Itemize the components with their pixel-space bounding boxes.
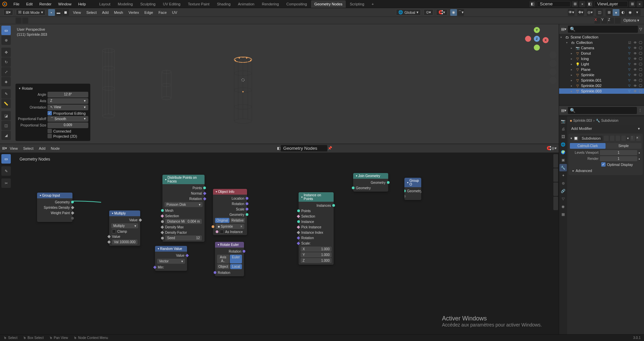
tab-render-props[interactable]: 📷 xyxy=(559,117,567,125)
disable-icon[interactable]: 🖵 xyxy=(638,57,643,61)
outliner-collection[interactable]: ▾🗀Collection ☑👁🖵 xyxy=(559,40,644,45)
shading-rendered-icon[interactable]: ◉ xyxy=(627,9,634,16)
hide-icon[interactable]: 👁 xyxy=(633,89,637,93)
node-sidebar-tab-3[interactable] xyxy=(553,182,558,196)
outliner-display-dropdown[interactable]: ▤▾ xyxy=(561,27,566,31)
disable-icon[interactable]: 🖵 xyxy=(638,51,643,56)
disable-icon[interactable]: 🖵 xyxy=(638,62,643,66)
props-search[interactable] xyxy=(568,107,637,114)
tab-layout[interactable]: Layout xyxy=(96,0,114,8)
shading-solid-icon[interactable]: ● xyxy=(613,9,619,16)
tab-scene-props[interactable]: 🌐 xyxy=(559,141,567,148)
viewlayer-delete-icon[interactable]: × xyxy=(637,1,643,7)
tab-mesh-props[interactable]: ▽ xyxy=(559,195,567,202)
props-options-icon[interactable]: ⋮ xyxy=(638,108,642,113)
cursor-tool[interactable]: ⊕ xyxy=(1,35,11,45)
hide-icon[interactable]: 👁 xyxy=(633,40,637,45)
menu-select[interactable]: Select xyxy=(84,9,99,16)
menu-mesh[interactable]: Mesh xyxy=(111,9,126,16)
extrude-tool[interactable]: ◪ xyxy=(1,111,11,120)
connected-checkbox[interactable] xyxy=(48,129,52,133)
scene-name-input[interactable] xyxy=(537,1,571,7)
orientation-dropdown[interactable]: 🌐Global▾ xyxy=(396,9,421,16)
tab-sculpting[interactable]: Sculpting xyxy=(137,0,159,8)
object-space-button[interactable]: Object xyxy=(217,264,229,269)
node-instance-on-points[interactable]: ▾Instance on Points Instances Points Sel… xyxy=(299,192,334,265)
catmull-clark-tab[interactable]: Catmull-Clark xyxy=(570,143,606,149)
multiply-operation-dropdown[interactable]: Multiply▾ xyxy=(111,223,138,228)
outliner-item-sprinkle-001[interactable]: ▸ ▽ Sprinkle.001 ▽ 👁 🖵 xyxy=(559,78,644,83)
tab-geometry-nodes[interactable]: Geometry Nodes xyxy=(311,0,346,8)
euler-button[interactable]: Euler xyxy=(230,255,242,263)
bevel-tool[interactable]: ◢ xyxy=(1,131,11,140)
menu-file[interactable]: File xyxy=(10,1,23,7)
tab-animation[interactable]: Animation xyxy=(235,0,258,8)
visibility-icon[interactable]: 👁▾ xyxy=(568,9,575,16)
options-dropdown[interactable]: Options ▾ xyxy=(621,18,642,23)
node-join-geometry[interactable]: ▾Join Geometry Geometry Geometry xyxy=(353,173,388,192)
scale-tool[interactable]: ⤢ xyxy=(1,67,11,77)
as-instance-checkbox[interactable] xyxy=(220,230,224,234)
menu-uv[interactable]: UV xyxy=(170,9,180,16)
mod-edit-mode-icon[interactable] xyxy=(610,136,614,141)
tab-scripting[interactable]: Scripting xyxy=(346,0,368,8)
outliner[interactable]: ▾🗀Scene Collection ▾🗀Collection ☑👁🖵 ▸ 📷 … xyxy=(559,34,644,105)
add-modifier-dropdown[interactable]: Add Modifier▾ xyxy=(569,125,643,132)
select-box-tool[interactable]: ▭ xyxy=(1,26,11,35)
tab-physics-props[interactable]: ⊚ xyxy=(559,179,567,187)
node-overlay-icon[interactable]: ◎▾ xyxy=(551,146,557,150)
menu-add[interactable]: Add xyxy=(99,9,112,16)
inset-tool[interactable]: ◫ xyxy=(1,121,11,130)
optimal-display-checkbox[interactable]: ✓ xyxy=(601,162,606,167)
menu-window[interactable]: Window xyxy=(55,1,75,7)
hide-icon[interactable]: 👁 xyxy=(633,62,637,66)
disable-icon[interactable]: 🖵 xyxy=(638,46,643,50)
tab-add[interactable]: + xyxy=(368,0,377,8)
outliner-filter-icon[interactable]: ▽ xyxy=(639,27,642,31)
outliner-item-sprinkle-002[interactable]: ▸ ▽ Sprinkle.002 ▽ 👁 🖵 xyxy=(559,83,644,88)
disable-icon[interactable]: 🖵 xyxy=(638,67,643,72)
tab-viewlayer-props[interactable]: 🖼 xyxy=(559,133,567,140)
node-sidebar-tab-2[interactable] xyxy=(553,168,558,182)
outliner-search[interactable] xyxy=(568,26,638,33)
axis-x-toggle[interactable]: X xyxy=(594,18,601,24)
outliner-item-light[interactable]: ▸ 💡 Light ▽ 👁 🖵 xyxy=(559,61,644,67)
tab-output-props[interactable]: 🖨 xyxy=(559,125,567,133)
outliner-item-donut[interactable]: ▸ ▽ Donut ▽ 👁 🖵 xyxy=(559,51,644,56)
axis-angle-button[interactable]: Axis A.. xyxy=(217,255,229,263)
perspective-toggle-icon[interactable] xyxy=(549,77,557,84)
hide-icon[interactable]: 👁 xyxy=(633,67,637,72)
annotate-tool[interactable]: ✎ xyxy=(1,89,11,98)
node-annotate-tool[interactable]: ✎ xyxy=(1,166,11,176)
outliner-item-icing[interactable]: ▸ ▽ Icing ▽ 👁 🖵 xyxy=(559,56,644,61)
original-button[interactable]: Original xyxy=(215,218,229,223)
tab-material-props[interactable]: ◉ xyxy=(559,203,567,210)
pivot-dropdown[interactable]: ⊙▾ xyxy=(424,9,433,16)
disable-icon[interactable]: 🖵 xyxy=(638,78,643,83)
tab-modeling[interactable]: Modeling xyxy=(115,0,136,8)
mod-extras-icon[interactable]: ⋮ xyxy=(630,136,635,141)
orientation-dropdown[interactable]: ↖ View▾ xyxy=(48,105,88,110)
axis-dropdown[interactable]: Z▾ xyxy=(48,98,88,104)
advanced-toggle[interactable]: ▸Advanced xyxy=(570,168,641,174)
prop-edit-checkbox[interactable]: ✓ xyxy=(48,111,52,115)
navigation-gizmo[interactable]: Y Z X xyxy=(525,27,549,51)
viewlayer-name-input[interactable] xyxy=(594,1,628,7)
camera-view-icon[interactable] xyxy=(549,68,557,76)
hide-icon[interactable]: 👁 xyxy=(633,57,637,61)
node-random-value[interactable]: ▾Random Value Value Vector▾ Min: xyxy=(155,246,187,271)
shading-material-icon[interactable]: ◐ xyxy=(620,9,626,16)
mod-realtime-icon[interactable] xyxy=(616,136,620,141)
scene-delete-icon[interactable]: × xyxy=(579,1,585,7)
mode-dropdown[interactable]: ☒Edit Mode▾ xyxy=(16,9,45,16)
outliner-item-camera[interactable]: ▸ 📷 Camera ▽ 👁 🖵 xyxy=(559,45,644,51)
face-select-icon[interactable]: ◼ xyxy=(62,9,69,16)
tab-particle-props[interactable]: ✦ xyxy=(559,172,567,179)
tab-constraint-props[interactable]: 🔗 xyxy=(559,187,567,195)
mesh-display-icon-2[interactable] xyxy=(22,18,28,24)
random-type-dropdown[interactable]: Vector▾ xyxy=(157,259,185,264)
exclude-icon[interactable]: ☑ xyxy=(627,40,632,45)
node-distribute-points[interactable]: ▾Distribute Points on Faces Points Norma… xyxy=(162,175,205,242)
levels-render-field[interactable]: 1 xyxy=(600,156,637,161)
disable-icon[interactable]: 🖵 xyxy=(638,40,643,45)
